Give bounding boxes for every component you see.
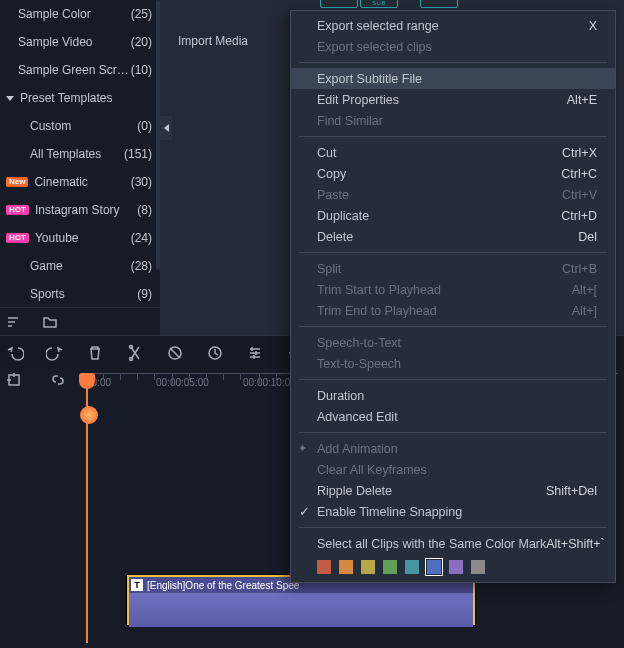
color-swatch-row xyxy=(291,554,615,578)
menu-item: Export selected clips xyxy=(291,36,615,57)
menu-item[interactable]: ✓Enable Timeline Snapping xyxy=(291,501,615,522)
sidebar-item-instagram[interactable]: HOTInstagram Story (8) xyxy=(0,196,160,224)
sidebar-item-game[interactable]: Game (28) xyxy=(0,252,160,280)
color-swatch[interactable] xyxy=(405,560,419,574)
new-badge: New xyxy=(6,177,28,188)
delete-button[interactable] xyxy=(86,344,104,362)
menu-separator xyxy=(299,326,607,327)
preview-chip xyxy=(420,0,458,8)
menu-separator xyxy=(299,432,607,433)
sidebar-item-cinematic[interactable]: NewCinematic (30) xyxy=(0,168,160,196)
hot-badge: HOT xyxy=(6,205,29,216)
context-menu: Export selected rangeXExport selected cl… xyxy=(290,10,616,583)
sidebar-item-all-templates[interactable]: All Templates (151) xyxy=(0,140,160,168)
menu-item[interactable]: Advanced Edit xyxy=(291,406,615,427)
color-swatch[interactable] xyxy=(383,560,397,574)
sub-chip: SUB xyxy=(360,0,398,8)
chevron-left-icon xyxy=(164,124,169,132)
split-button[interactable] xyxy=(126,344,144,362)
sort-icon[interactable] xyxy=(6,314,22,330)
speed-button[interactable] xyxy=(206,344,224,362)
color-swatch[interactable] xyxy=(317,560,331,574)
color-swatch[interactable] xyxy=(339,560,353,574)
import-media-button[interactable]: Import Media xyxy=(178,34,248,48)
chevron-down-icon xyxy=(6,96,14,101)
menu-item: Clear All Keyframes xyxy=(291,459,615,480)
collapse-sidebar-button[interactable] xyxy=(160,116,172,140)
star-icon: ✦ xyxy=(298,442,307,455)
color-swatch[interactable] xyxy=(449,560,463,574)
menu-item[interactable]: CutCtrl+X xyxy=(291,142,615,163)
new-folder-icon[interactable] xyxy=(42,314,58,330)
menu-item[interactable]: DuplicateCtrl+D xyxy=(291,205,615,226)
adjust-button[interactable] xyxy=(246,344,264,362)
hot-badge: HOT xyxy=(6,233,29,244)
sidebar-item-sample-green[interactable]: Sample Green Scre... (10) xyxy=(0,56,160,84)
color-swatch[interactable] xyxy=(361,560,375,574)
menu-separator xyxy=(299,527,607,528)
menu-item[interactable]: DeleteDel xyxy=(291,226,615,247)
playhead-marker-icon xyxy=(80,406,98,424)
clip-label: [English]One of the Greatest Spee xyxy=(147,580,299,591)
menu-item: ✦Add Animation xyxy=(291,438,615,459)
menu-item[interactable]: CopyCtrl+C xyxy=(291,163,615,184)
undo-button[interactable] xyxy=(6,344,24,362)
menu-item[interactable]: Select all Clips with the Same Color Mar… xyxy=(291,533,615,554)
sidebar-item-sample-video[interactable]: Sample Video (20) xyxy=(0,28,160,56)
sidebar-group-preset-templates[interactable]: Preset Templates xyxy=(0,84,160,112)
menu-item: Find Similar xyxy=(291,110,615,131)
menu-item: PasteCtrl+V xyxy=(291,184,615,205)
text-clip-icon: T xyxy=(131,579,143,591)
preview-chip xyxy=(320,0,358,8)
media-sidebar: Sample Color (25) Sample Video (20) Samp… xyxy=(0,0,160,335)
menu-item[interactable]: Ripple DeleteShift+Del xyxy=(291,480,615,501)
menu-item[interactable]: Export selected rangeX xyxy=(291,15,615,36)
menu-item: Trim End to PlayheadAlt+] xyxy=(291,300,615,321)
menu-item: SplitCtrl+B xyxy=(291,258,615,279)
menu-item: Speech-to-Text xyxy=(291,332,615,353)
sidebar-item-custom[interactable]: Custom (0) xyxy=(0,112,160,140)
color-swatch[interactable] xyxy=(427,560,441,574)
sidebar-item-sports[interactable]: Sports (9) xyxy=(0,280,160,308)
redo-button[interactable] xyxy=(46,344,64,362)
menu-item: Text-to-Speech xyxy=(291,353,615,374)
playhead-handle[interactable] xyxy=(79,373,95,389)
marker-add-icon[interactable] xyxy=(6,372,22,388)
menu-separator xyxy=(299,379,607,380)
menu-separator xyxy=(299,136,607,137)
menu-item[interactable]: Edit PropertiesAlt+E xyxy=(291,89,615,110)
menu-item: Trim Start to PlayheadAlt+[ xyxy=(291,279,615,300)
sidebar-item-youtube[interactable]: HOTYoutube (24) xyxy=(0,224,160,252)
sidebar-item-sample-color[interactable]: Sample Color (25) xyxy=(0,0,160,28)
menu-item[interactable]: Export Subtitle File xyxy=(291,68,615,89)
link-icon[interactable] xyxy=(50,372,66,388)
crop-button[interactable] xyxy=(166,344,184,362)
check-icon: ✓ xyxy=(299,504,310,519)
color-swatch[interactable] xyxy=(471,560,485,574)
menu-separator xyxy=(299,252,607,253)
preview-chips: SUB xyxy=(165,0,624,10)
menu-item[interactable]: Duration xyxy=(291,385,615,406)
menu-separator xyxy=(299,62,607,63)
